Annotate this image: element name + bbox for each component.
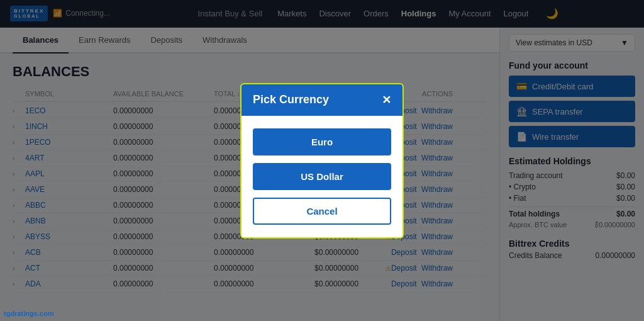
pick-currency-modal: Pick Currency ✕ Euro US Dollar Cancel — [240, 83, 404, 239]
euro-button[interactable]: Euro — [253, 128, 391, 155]
us-dollar-button[interactable]: US Dollar — [253, 163, 391, 190]
watermark: tgdratings.com — [4, 310, 53, 317]
modal-title: Pick Currency — [253, 93, 329, 106]
modal-overlay[interactable]: Pick Currency ✕ Euro US Dollar Cancel — [0, 0, 644, 321]
cancel-button[interactable]: Cancel — [253, 198, 391, 225]
modal-close-button[interactable]: ✕ — [382, 93, 391, 107]
modal-body: Euro US Dollar Cancel — [242, 116, 402, 237]
modal-header: Pick Currency ✕ — [242, 84, 402, 116]
